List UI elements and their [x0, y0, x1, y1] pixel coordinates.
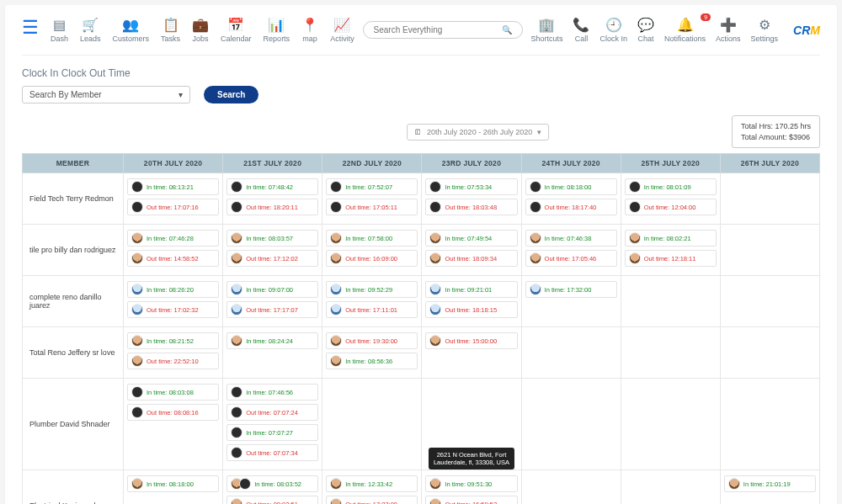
nav-settings[interactable]: ⚙Settings: [751, 17, 779, 43]
nav-map[interactable]: 📍map: [301, 17, 318, 43]
avatar: [429, 181, 441, 193]
clock-out-entry[interactable]: Out time: 17:05:46: [525, 250, 617, 267]
clock-out-entry[interactable]: Out time: 08:03:51: [226, 496, 318, 504]
clock-out-entry[interactable]: Out time: 17:05:11: [326, 199, 418, 215]
day-cell: In time: 07:52:07Out time: 17:05:11: [322, 173, 422, 225]
calendar-icon: 🗓: [414, 128, 422, 136]
day-cell: [521, 379, 621, 470]
clock-in-entry[interactable]: In time: 07:49:54: [425, 230, 517, 247]
clock-out-entry[interactable]: Out time: 18:18:15: [425, 301, 517, 318]
nav-label: Customers: [113, 34, 150, 43]
clock-out-entry[interactable]: Out time: 12:18:11: [625, 250, 717, 267]
nav-clock-in[interactable]: 🕘Clock In: [600, 17, 627, 43]
clock-in-entry[interactable]: In time: 08:01:09: [625, 178, 717, 195]
clock-in-entry[interactable]: In time: 07:46:38: [525, 230, 617, 247]
clock-out-entry[interactable]: Out time: 18:09:34: [425, 250, 517, 267]
clock-out-entry[interactable]: Out time: 18:03:48: [425, 199, 517, 215]
clock-out-entry[interactable]: Out time: 17:17:07: [226, 301, 318, 318]
clock-in-entry[interactable]: In time: 07:46:56: [226, 384, 318, 401]
clock-out-entry[interactable]: Out time: 17:12:02: [226, 250, 318, 267]
clock-in-entry[interactable]: In time: 08:21:52: [127, 332, 219, 349]
search-icon[interactable]: 🔍: [502, 25, 512, 34]
clock-in-entry[interactable]: In time: 08:24:24: [226, 332, 318, 349]
clock-in-entry[interactable]: In time: 08:03:08: [127, 384, 219, 401]
clock-out-entry[interactable]: Out time: 07:07:34: [226, 444, 318, 461]
search-button[interactable]: Search: [204, 86, 258, 103]
clock-in-entry[interactable]: In time: 07:46:28: [127, 230, 219, 247]
search-input[interactable]: [374, 25, 502, 34]
nav-call[interactable]: 📞Call: [573, 17, 589, 43]
nav-label: Dash: [51, 34, 68, 43]
time-table: MEMBER20TH JULY 202021ST JULY 202022ND J…: [22, 153, 820, 504]
day-cell: [521, 327, 621, 379]
entry-time: In time: 07:52:07: [345, 183, 392, 191]
clock-out-entry[interactable]: Out time: 22:52:10: [127, 353, 219, 369]
avatar: [131, 304, 143, 316]
avatar: [231, 406, 242, 418]
avatar: [231, 386, 242, 398]
clock-in-entry[interactable]: In time: 07:53:34: [425, 178, 517, 195]
clock-in-entry[interactable]: In time: 08:18:00: [127, 475, 219, 492]
nav-notifications[interactable]: 🔔Notifications9: [664, 17, 706, 43]
clock-in-entry[interactable]: In time: 08:02:21: [625, 230, 717, 247]
clock-in-entry[interactable]: In time: 08:18:00: [525, 178, 617, 195]
clock-in-entry[interactable]: In time: 08:03:52: [226, 475, 318, 492]
nav-reports[interactable]: 📊Reports: [264, 17, 290, 43]
nav-jobs[interactable]: 💼Jobs: [192, 17, 209, 43]
clock-out-entry[interactable]: Out time: 17:11:01: [326, 301, 418, 318]
clock-in-entry[interactable]: In time: 09:07:00: [226, 281, 318, 298]
calendar-icon: 📅: [227, 17, 244, 33]
date-range[interactable]: 🗓 20th July 2020 - 26th July 2020 ▾: [407, 124, 549, 141]
nav-chat[interactable]: 💬Chat: [637, 17, 654, 43]
clock-in-entry[interactable]: In time: 08:26:20: [127, 281, 219, 298]
nav-customers[interactable]: 👥Customers: [113, 17, 150, 43]
clock-out-entry[interactable]: Out time: 15:00:00: [425, 332, 517, 349]
avatar: [530, 181, 541, 193]
clock-in-entry[interactable]: In time: 08:03:57: [226, 230, 318, 247]
clock-in-entry[interactable]: In time: 08:56:36: [326, 353, 418, 369]
clock-out-entry[interactable]: Out time: 12:04:00: [625, 199, 717, 215]
clock-out-entry[interactable]: Out time: 16:59:52: [425, 496, 517, 504]
entry-time: Out time: 12:04:00: [644, 204, 696, 211]
nav-dash[interactable]: ▤Dash: [51, 17, 68, 43]
clock-out-entry[interactable]: Out time: 08:08:16: [127, 404, 219, 421]
clock-out-entry[interactable]: Out time: 16:09:00: [326, 250, 418, 267]
nav-shortcuts[interactable]: 🏢Shortcuts: [530, 17, 562, 43]
clock-out-entry[interactable]: Out time: 18:17:40: [525, 199, 617, 215]
clock-in-entry[interactable]: In time: 09:21:01: [425, 281, 517, 298]
day-cell: [720, 225, 819, 276]
clock-in-entry[interactable]: In time: 09:52:29: [326, 281, 418, 298]
clock-in-entry[interactable]: In time: 17:32:00: [525, 281, 617, 298]
clock-out-entry[interactable]: Out time: 17:07:16: [127, 199, 219, 215]
member-select[interactable]: Search By Member ▾: [22, 86, 190, 103]
clock-out-entry[interactable]: Out time: 18:20:11: [226, 199, 318, 215]
entry-time: Out time: 08:03:51: [246, 501, 298, 504]
clock-in-entry[interactable]: In time: 07:52:07: [326, 178, 418, 195]
clock-in-entry[interactable]: In time: 07:58:00: [326, 230, 418, 247]
day-cell: In time: 08:21:52Out time: 22:52:10: [124, 327, 223, 379]
nav-leads[interactable]: 🛒Leads: [80, 17, 101, 43]
nav-actions[interactable]: ➕Actions: [716, 17, 741, 43]
clock-out-entry[interactable]: Out time: 19:30:00: [326, 332, 418, 349]
day-cell: [720, 173, 819, 225]
nav-calendar[interactable]: 📅Calendar: [221, 17, 252, 43]
entry-time: In time: 09:21:01: [445, 286, 492, 294]
clock-in-entry[interactable]: In time: 21:01:19: [724, 475, 816, 492]
entry-time: In time: 08:01:09: [644, 183, 691, 191]
clock-out-entry[interactable]: Out time: 17:02:32: [127, 301, 219, 318]
search-box[interactable]: 🔍: [363, 21, 523, 39]
clock-in-entry[interactable]: In time: 07:07:27: [226, 424, 318, 441]
nav-activity[interactable]: 📈Activity: [330, 17, 354, 43]
entry-time: Out time: 17:27:00: [345, 501, 397, 504]
clock-out-entry[interactable]: Out time: 14:58:52: [127, 250, 219, 267]
clock-out-entry[interactable]: Out time: 07:07:24: [226, 404, 318, 421]
clock-in-entry[interactable]: In time: 07:48:42: [226, 178, 318, 195]
clock-out-entry[interactable]: Out time: 17:27:00: [326, 496, 418, 504]
clock-in-entry[interactable]: In time: 12:33:42: [326, 475, 418, 492]
entry-time: In time: 07:58:00: [345, 235, 392, 242]
menu-icon[interactable]: ☰: [22, 17, 39, 39]
nav-tasks[interactable]: 📋Tasks: [161, 17, 180, 43]
nav-label: Tasks: [161, 34, 180, 43]
clock-in-entry[interactable]: In time: 09:51:302621 N Ocean Blvd, Fort…: [425, 475, 517, 492]
clock-in-entry[interactable]: In time: 08:13:21: [127, 178, 219, 195]
